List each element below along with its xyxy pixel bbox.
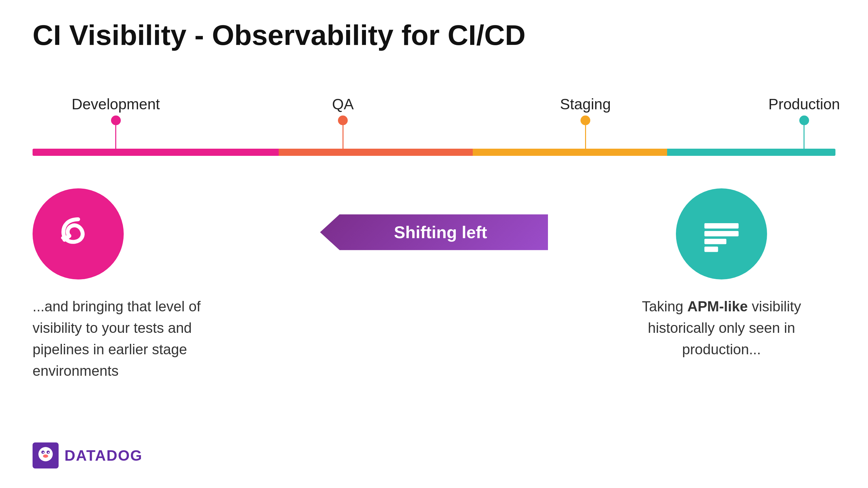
timeline-label-prod: Production [768, 95, 840, 113]
timeline-item-qa: QA [332, 95, 353, 149]
svg-point-10 [43, 455, 48, 458]
timeline-item-prod: Production [768, 95, 840, 149]
svg-rect-2 [705, 239, 727, 244]
bar-qa [279, 149, 473, 156]
timeline-item-dev: Development [72, 95, 160, 149]
bar-prod [667, 149, 835, 156]
timeline-labels-container: Development QA Staging Production [33, 97, 835, 149]
arrow-container: Shifting left [260, 188, 608, 250]
apm-icon-circle [676, 188, 767, 280]
left-description-text: ...and bringing that level of visibility… [33, 296, 235, 382]
left-content: ...and bringing that level of visibility… [33, 188, 260, 382]
sentry-icon-circle [33, 188, 124, 280]
page-title: CI Visibility - Observability for CI/CD [33, 20, 835, 51]
timeline-bar [33, 149, 835, 156]
svg-point-5 [38, 447, 53, 461]
apm-svg-icon [697, 209, 746, 258]
timeline-dot-staging [581, 116, 590, 125]
timeline-label-dev: Development [72, 95, 160, 113]
right-description-text: Taking APM-like visibility historically … [621, 296, 823, 360]
timeline-dot-dev [111, 116, 121, 125]
datadog-logo: DATADOG [33, 443, 143, 468]
svg-rect-1 [705, 231, 739, 236]
timeline-stem-prod [804, 125, 805, 149]
timeline-dot-prod [799, 116, 809, 125]
datadog-logo-icon [33, 443, 59, 468]
bar-staging [473, 149, 667, 156]
bottom-section: ...and bringing that level of visibility… [33, 188, 835, 382]
arrow-label: Shifting left [381, 223, 487, 242]
timeline-section: Development QA Staging Production [33, 77, 835, 156]
timeline-label-qa: QA [332, 95, 353, 113]
timeline-item-staging: Staging [560, 95, 611, 149]
svg-rect-0 [705, 223, 739, 229]
bar-dev [33, 149, 279, 156]
svg-point-9 [48, 452, 49, 453]
timeline-label-staging: Staging [560, 95, 611, 113]
right-content: Taking APM-like visibility historically … [608, 188, 835, 360]
timeline-dot-qa [338, 116, 348, 125]
datadog-logo-text: DATADOG [64, 447, 143, 464]
arrow-body: Shifting left [320, 215, 548, 250]
timeline-stem-dev [115, 125, 116, 149]
svg-rect-3 [705, 247, 718, 252]
apm-bold: APM-like [687, 298, 748, 314]
shifting-arrow: Shifting left [320, 215, 548, 250]
svg-point-8 [43, 452, 44, 453]
page-container: CI Visibility - Observability for CI/CD … [0, 0, 868, 488]
timeline-stem-qa [342, 125, 343, 149]
sentry-svg-icon [54, 209, 102, 258]
timeline-stem-staging [585, 125, 586, 149]
